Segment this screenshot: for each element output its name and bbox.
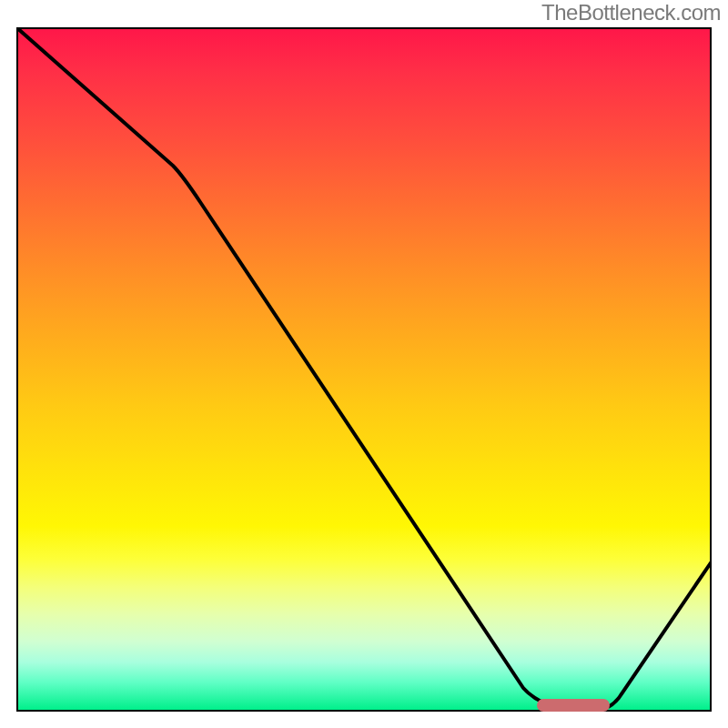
- plot-frame: [16, 27, 712, 712]
- chart-container: TheBottleneck.com: [0, 0, 728, 728]
- primary-curve: [18, 29, 710, 709]
- minimum-marker: [537, 699, 610, 712]
- watermark-text: TheBottleneck.com: [541, 0, 721, 25]
- curve-layer: [18, 29, 710, 710]
